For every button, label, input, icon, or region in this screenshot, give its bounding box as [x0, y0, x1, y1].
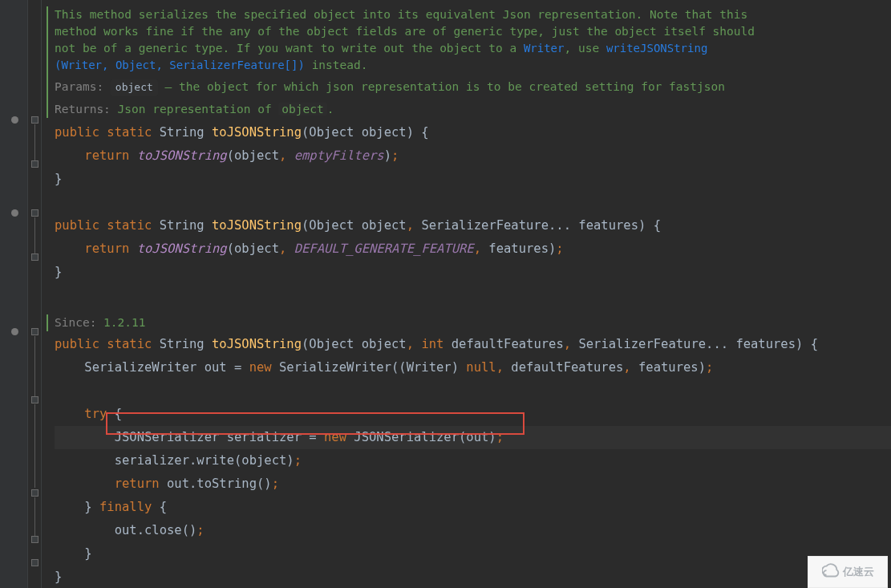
fold-line [34, 497, 35, 536]
code-line[interactable]: } [55, 542, 891, 566]
fold-column [28, 0, 42, 588]
fold-line [34, 404, 35, 488]
writer-link[interactable]: Writer [524, 42, 565, 55]
fold-line [34, 217, 35, 254]
fold-marker[interactable] [31, 328, 38, 335]
code-line[interactable] [55, 379, 891, 403]
fold-marker[interactable] [31, 559, 38, 566]
code-line[interactable]: try { [55, 403, 891, 426]
since-block: Since: 1.2.11 [47, 314, 891, 331]
doc-returns: Returns: Json representation of object. [55, 101, 891, 118]
code-line[interactable]: public static String toJSONString(Object… [55, 214, 891, 237]
fold-line [34, 336, 35, 396]
code-editor[interactable]: This method serializes the specified obj… [42, 0, 891, 588]
code-line[interactable]: } [55, 261, 891, 284]
fold-marker[interactable] [31, 536, 38, 543]
fold-marker[interactable] [31, 209, 38, 217]
fold-marker[interactable] [31, 116, 38, 124]
fold-marker[interactable] [31, 489, 38, 497]
code-line[interactable]: } finally { [55, 496, 891, 519]
code-line[interactable]: SerializeWriter out = new SerializeWrite… [55, 356, 891, 379]
override-icon[interactable] [11, 328, 18, 335]
code-line[interactable] [55, 284, 891, 307]
gutter [0, 0, 28, 588]
watermark-logo: 亿速云 [808, 556, 888, 588]
code-line[interactable]: public static String toJSONString(Object… [55, 121, 891, 144]
code-line[interactable]: return out.toString(); [55, 472, 891, 496]
writejson-link[interactable]: writeJSONString [606, 42, 707, 55]
code-line[interactable]: public static String toJSONString(Object… [55, 333, 891, 356]
code-line[interactable] [55, 191, 891, 214]
fold-marker[interactable] [31, 160, 38, 168]
writer-link[interactable]: Writer [61, 59, 102, 71]
code-line[interactable]: out.close(); [55, 519, 891, 542]
fold-marker[interactable] [31, 253, 38, 261]
fold-marker[interactable] [31, 396, 38, 403]
code-line[interactable]: } [55, 168, 891, 191]
override-icon[interactable] [11, 209, 18, 217]
code-line[interactable]: serializer.write(object); [55, 449, 891, 472]
serfeat-link[interactable]: SerializerFeature[] [169, 59, 298, 71]
doc-desc: method works fine if the any of the obje… [55, 23, 891, 40]
object-pill: object [111, 79, 158, 96]
code-line[interactable]: return toJSONString(object, emptyFilters… [55, 144, 891, 168]
doc-desc: not be of a generic type. If you want to… [55, 40, 891, 57]
doc-desc: This method serializes the specified obj… [55, 6, 891, 23]
highlighted-line[interactable]: JSONSerializer serializer = new JSONSeri… [55, 426, 891, 449]
code-line[interactable]: return toJSONString(object, DEFAULT_GENE… [55, 237, 891, 261]
code-line[interactable]: } [55, 566, 891, 588]
fold-line [34, 124, 35, 161]
object-link[interactable]: Object [115, 59, 156, 71]
doc-sig: (Writer, Object, SerializerFeature[]) in… [55, 57, 891, 74]
override-icon[interactable] [11, 116, 18, 124]
javadoc-block: This method serializes the specified obj… [47, 6, 891, 118]
doc-params: Params: object – the object for which js… [55, 79, 891, 96]
